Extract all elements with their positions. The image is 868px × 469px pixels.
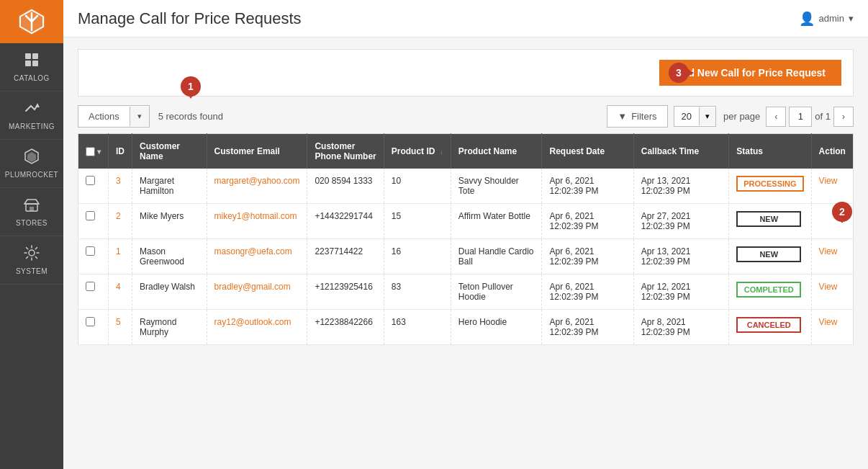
- row-checkbox[interactable]: [86, 176, 95, 185]
- actions-caret-icon[interactable]: ▾: [130, 107, 149, 126]
- sidebar-item-stores[interactable]: STORES: [0, 188, 63, 236]
- select-dropdown-icon[interactable]: ▾: [97, 148, 101, 156]
- sidebar-item-system-label: SYSTEM: [16, 267, 48, 275]
- col-customer-email[interactable]: Customer Email: [207, 134, 307, 169]
- row-customer-phone: 020 8594 1333: [307, 169, 384, 204]
- row-view-link[interactable]: View: [819, 246, 838, 256]
- sidebar: CATALOG MARKETING PLUMROCKET STO: [0, 0, 63, 469]
- row-view-link[interactable]: View: [819, 176, 838, 186]
- row-customer-email: ray12@outlook.com: [207, 310, 307, 345]
- filter-button[interactable]: ▼ Filters: [607, 105, 667, 128]
- row-product-name: Hero Hoodie: [451, 310, 542, 345]
- select-all-checkbox[interactable]: [86, 147, 95, 156]
- row-product-name: Affirm Water Bottle: [451, 204, 542, 239]
- catalog-icon: [24, 52, 40, 71]
- row-checkbox[interactable]: [86, 282, 95, 291]
- app-logo: [0, 0, 63, 43]
- col-customer-phone[interactable]: CustomerPhone Number: [307, 134, 384, 169]
- col-id[interactable]: ID: [109, 134, 132, 169]
- page-total: of 1: [815, 111, 831, 122]
- row-product-name: Teton Pullover Hoodie: [451, 274, 542, 310]
- row-checkbox[interactable]: [86, 317, 95, 326]
- row-status-cell: NEW: [729, 204, 811, 239]
- row-view-link[interactable]: View: [819, 282, 838, 292]
- row-customer-name: Margaret Hamilton: [132, 169, 207, 204]
- row-id-link[interactable]: 2: [116, 211, 121, 221]
- row-action-cell: View: [811, 274, 853, 310]
- row-product-id: 16: [384, 239, 451, 274]
- row-id: 4: [109, 274, 132, 310]
- row-email-link[interactable]: margaret@yahoo.com: [214, 176, 300, 186]
- row-action-cell: View: [811, 169, 853, 204]
- row-request-date: Apr 6, 2021 12:02:39 PM: [542, 274, 633, 310]
- marketing-icon: [24, 100, 40, 120]
- row-customer-phone: +12238842266: [307, 310, 384, 345]
- row-checkbox[interactable]: [86, 211, 95, 220]
- row-id-link[interactable]: 1: [116, 246, 121, 256]
- col-status[interactable]: Status: [729, 134, 811, 169]
- row-request-date: Apr 6, 2021 12:02:39 PM: [542, 169, 633, 204]
- user-dropdown-icon: ▾: [849, 13, 854, 24]
- svg-rect-9: [30, 207, 34, 211]
- row-product-name: Dual Handle Cardio Ball: [451, 239, 542, 274]
- col-callback-time[interactable]: Callback Time: [633, 134, 729, 169]
- table-header-row: ▾ ID CustomerName Customer Email Custome…: [78, 134, 854, 169]
- filter-label: Filters: [631, 111, 656, 122]
- col-product-name[interactable]: Product Name: [451, 134, 542, 169]
- data-table: ▾ ID CustomerName Customer Email Custome…: [78, 133, 854, 345]
- records-found: 5 records found: [158, 111, 223, 122]
- status-badge: COMPLETED: [736, 282, 801, 298]
- row-request-date: Apr 6, 2021 12:02:39 PM: [542, 204, 633, 239]
- topbar: Manage Call for Price Requests 👤 admin ▾: [63, 0, 868, 37]
- sidebar-item-marketing-label: MARKETING: [9, 122, 55, 130]
- row-request-date: Apr 6, 2021 12:02:39 PM: [542, 239, 633, 274]
- col-request-date[interactable]: Request Date: [542, 134, 633, 169]
- row-email-link[interactable]: bradley@gmail.com: [214, 282, 291, 292]
- svg-marker-7: [27, 152, 36, 162]
- sort-icon-product-id: ↓: [440, 148, 443, 156]
- row-customer-email: masongr@uefa.com: [207, 239, 307, 274]
- sidebar-item-catalog-label: CATALOG: [14, 74, 50, 82]
- row-status-cell: CANCELED: [729, 310, 811, 345]
- actions-label: Actions: [78, 106, 130, 127]
- status-badge: PROCESSING: [736, 176, 803, 192]
- row-email-link[interactable]: ray12@outlook.com: [214, 317, 291, 327]
- svg-rect-3: [25, 61, 31, 66]
- row-checkbox-cell: [78, 169, 109, 204]
- row-checkbox[interactable]: [86, 246, 95, 256]
- per-page-box[interactable]: 20 ▾: [674, 106, 716, 127]
- row-checkbox-cell: [78, 310, 109, 345]
- row-product-id: 15: [384, 204, 451, 239]
- prev-page-button[interactable]: ‹: [766, 107, 786, 127]
- sidebar-item-system[interactable]: SYSTEM: [0, 236, 63, 285]
- toolbar-right: ▼ Filters 20 ▾ per page ‹ 1 of 1 ›: [607, 105, 854, 128]
- row-email-link[interactable]: masongr@uefa.com: [214, 246, 292, 256]
- row-id-link[interactable]: 4: [116, 282, 121, 292]
- col-customer-name[interactable]: CustomerName: [132, 134, 207, 169]
- row-status-cell: PROCESSING: [729, 169, 811, 204]
- stores-icon: [24, 197, 40, 216]
- user-menu[interactable]: 👤 admin ▾: [799, 11, 854, 27]
- per-page-caret-icon[interactable]: ▾: [699, 107, 715, 125]
- sidebar-item-plumrocket[interactable]: PLUMROCKET: [0, 140, 63, 188]
- sidebar-item-marketing[interactable]: MARKETING: [0, 91, 63, 140]
- status-badge: NEW: [736, 211, 801, 227]
- row-email-link[interactable]: mikey1@hotmail.com: [214, 211, 297, 221]
- row-product-name: Savvy Shoulder Tote: [451, 169, 542, 204]
- row-customer-name: Bradley Walsh: [132, 274, 207, 310]
- actions-dropdown[interactable]: Actions ▾: [78, 105, 150, 128]
- row-product-id: 83: [384, 274, 451, 310]
- row-product-id: 163: [384, 310, 451, 345]
- row-callback-time: Apr 27, 2021 12:02:39 PM: [633, 204, 729, 239]
- pagination: ‹ 1 of 1 ›: [766, 107, 854, 127]
- svg-point-10: [29, 250, 35, 256]
- sidebar-item-catalog[interactable]: CATALOG: [0, 43, 63, 91]
- row-id-link[interactable]: 3: [116, 176, 121, 186]
- row-id: 3: [109, 169, 132, 204]
- row-view-link[interactable]: View: [819, 317, 838, 327]
- col-product-id[interactable]: Product ID ↓: [384, 134, 451, 169]
- next-page-button[interactable]: ›: [833, 107, 854, 127]
- per-page-value: 20: [674, 107, 699, 126]
- svg-rect-4: [32, 61, 38, 66]
- row-id-link[interactable]: 5: [116, 317, 121, 327]
